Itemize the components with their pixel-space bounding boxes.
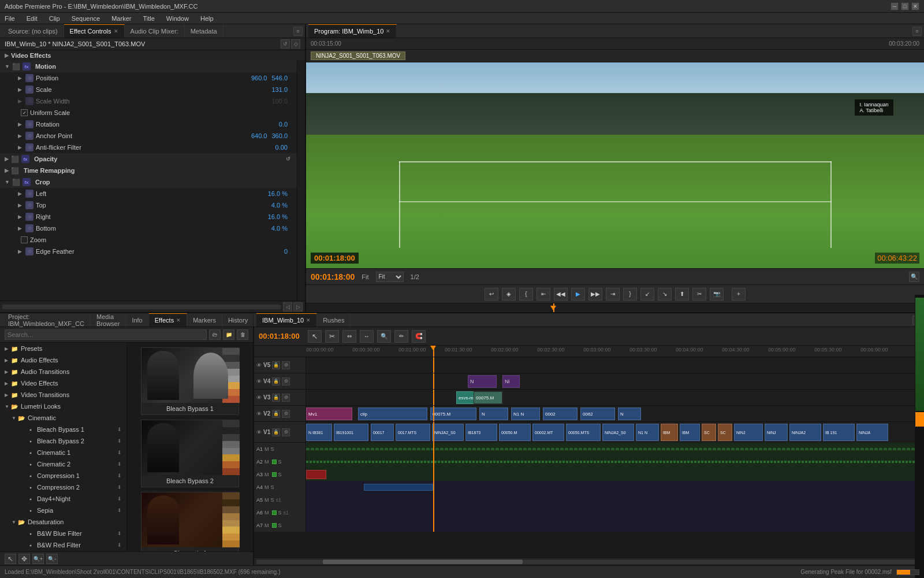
timeline-scrollbar[interactable] (254, 557, 924, 565)
v1-clip-6[interactable]: IB1873 (465, 424, 497, 441)
zoom-out-tool[interactable]: 🔍- (46, 554, 58, 564)
step-back-button[interactable]: ◀◀ (554, 288, 568, 301)
tree-item-cinematic-1[interactable]: ▶ ▪ Cinematic 1 ⬇ (0, 447, 126, 458)
bleach-bypass-1-preview[interactable]: Bleach Bypass 1 (141, 347, 239, 415)
rushes-tab[interactable]: Rushes (317, 313, 351, 327)
monitor-zoom-select[interactable]: Fit 25% 50% 100% (376, 272, 404, 282)
position-toggle[interactable]: ▶ (16, 75, 23, 81)
a1-sync-icon[interactable]: M (264, 446, 269, 452)
tree-item-lumetri-looks[interactable]: ▼ 📂 Lumetri Looks (0, 401, 126, 412)
tree-item-day4night[interactable]: ▶ ▪ Day4+Night ⬇ (0, 493, 126, 505)
v4-clip-1[interactable]: N (468, 375, 497, 388)
effect-controls-tab[interactable]: Effect Controls ✕ (64, 24, 125, 38)
effect-controls-timeline-scroll[interactable] (2, 305, 281, 309)
a6-mute-icon[interactable]: S (278, 510, 282, 516)
v1-clip-9[interactable]: 00050.MTS (566, 424, 601, 441)
opacity-reset[interactable]: ↺ (284, 155, 292, 163)
lift-button[interactable]: ⬆ (675, 288, 689, 301)
a2-sync-icon[interactable]: M (264, 459, 269, 465)
v2-lock-button[interactable]: 🔒 (272, 410, 280, 418)
timeline-tool-razor[interactable]: ✂ (325, 330, 339, 343)
timeline-tool-slip[interactable]: ↔ (360, 330, 374, 343)
media-browser-tab[interactable]: Media Browser (91, 313, 126, 327)
uniform-scale-checkbox[interactable]: ✓ (21, 109, 28, 116)
toggle-keyframes-button[interactable]: ◇ (291, 39, 300, 49)
project-tab[interactable]: Project: IBM_Wimbledon_MXF_CC (2, 313, 91, 327)
program-monitor-menu[interactable]: ≡ (912, 27, 922, 36)
v1-clip-3[interactable]: 00017 (371, 424, 394, 441)
tree-item-video-transitions[interactable]: ▶ 📁 Video Transitions (0, 389, 126, 401)
a6-sync-icon[interactable]: M (264, 510, 269, 516)
delete-button[interactable]: 🗑 (237, 329, 248, 340)
timeline-tool-select[interactable]: ↖ (308, 330, 322, 343)
new-preset-button[interactable]: 🗁 (209, 329, 221, 340)
menu-marker[interactable]: Marker (109, 15, 133, 22)
v4-lock-button[interactable]: 🔒 (272, 377, 280, 386)
a1-track-content[interactable] (306, 443, 924, 455)
a6-track-content[interactable] (306, 506, 924, 519)
v1-clip-8[interactable]: 00002.MT (532, 424, 564, 441)
a5-sync-icon[interactable]: M (264, 497, 269, 503)
info-tab[interactable]: Info (126, 313, 148, 327)
mark-in-button[interactable]: { (519, 288, 533, 301)
menu-file[interactable]: File (2, 15, 17, 22)
tree-item-desaturation[interactable]: ▼ 📂 Desaturation (0, 516, 126, 528)
insert-button[interactable]: ↙ (640, 288, 654, 301)
v2-clip-6[interactable]: 0002 (543, 407, 578, 420)
a1-mute-icon[interactable]: S (271, 446, 274, 452)
crop-bottom-toggle[interactable]: ▶ (16, 225, 23, 232)
monitor-clip-tag[interactable]: NINJA2_S001_S001_T063.MOV (311, 51, 405, 60)
v2-clip-3[interactable]: 00075.M (430, 407, 476, 420)
menu-sequence[interactable]: Sequence (69, 15, 103, 22)
v1-lock-button[interactable]: 🔒 (272, 428, 280, 436)
v2-clip-5[interactable]: N1 N (511, 407, 540, 420)
v5-eye-icon[interactable]: 👁 (256, 362, 262, 368)
v2-clip-8[interactable]: N (618, 407, 641, 420)
menu-window[interactable]: Window (164, 15, 191, 22)
effect-controls-tab-close[interactable]: ✕ (114, 28, 118, 34)
time-remapping-toggle[interactable]: ▶ (5, 168, 9, 173)
timeline-tool-track[interactable]: ⇔ (342, 330, 356, 343)
tree-item-bleach-bypass-1[interactable]: ▶ ▪ Bleach Bypass 1 ⬇ (0, 424, 126, 435)
play-button[interactable]: ▶ (571, 288, 585, 301)
v5-track-content[interactable] (306, 357, 924, 373)
pan-tool[interactable]: ✥ (18, 554, 30, 564)
v1-clip-16[interactable]: NINJ (734, 424, 763, 441)
v4-clip-2[interactable]: Ni (502, 375, 520, 388)
v2-clip-1[interactable]: Mv1 (306, 407, 352, 420)
v1-clip-14[interactable]: SC (702, 424, 716, 441)
bleach-bypass-2-preview[interactable]: Bleach Bypass 2 (141, 420, 239, 487)
a3-sync-icon[interactable]: M (264, 472, 269, 477)
go-to-out-button[interactable]: ⇥ (606, 288, 620, 301)
close-button[interactable]: ✕ (911, 2, 919, 10)
rotation-toggle[interactable]: ▶ (16, 121, 23, 128)
v2-settings-button[interactable]: ⚙ (282, 410, 290, 418)
tree-item-presets[interactable]: ▶ 📁 Presets (0, 343, 126, 354)
reset-button[interactable]: ↺ (281, 39, 290, 49)
v1-clip-12[interactable]: IBM (661, 424, 678, 441)
a4-mute-icon[interactable]: S (271, 484, 274, 490)
v2-track-content[interactable]: Mv1 clip 00075.M N N1 N 0002 0062 N (306, 406, 924, 421)
v2-clip-4[interactable]: N (479, 407, 508, 420)
go-to-in-button[interactable]: ⇤ (536, 288, 550, 301)
effect-controls-scrollbar[interactable] (297, 61, 305, 301)
a2-mute-icon[interactable]: S (278, 459, 282, 465)
menu-help[interactable]: Help (198, 15, 216, 22)
v1-clip-18[interactable]: NINJA2 (789, 424, 821, 441)
monitor-timecode-display[interactable]: 00:01:18:00 (311, 272, 355, 281)
v5-settings-button[interactable]: ⚙ (282, 361, 290, 369)
a4-clip-1[interactable] (364, 484, 433, 491)
effect-controls-scroll-left[interactable]: ◁ (283, 302, 292, 312)
crop-toggle[interactable]: ▼ (5, 179, 10, 185)
zoom-out-button[interactable]: 🔍 (909, 272, 919, 282)
v1-clip-11[interactable]: N1 N (636, 424, 659, 441)
v1-clip-5[interactable]: NINJA2_S0 (432, 424, 464, 441)
monitor-scrubber[interactable] (306, 303, 924, 312)
v3-track-content[interactable]: esvs-me 00075.M (306, 390, 924, 405)
menu-title[interactable]: Title (140, 15, 157, 22)
loop-button[interactable]: ↩ (485, 288, 498, 301)
crop-zoom-checkbox[interactable] (21, 236, 28, 243)
a7-mute-icon[interactable]: S (278, 523, 282, 528)
a5-track-content[interactable] (306, 494, 924, 506)
tree-item-bw-blue[interactable]: ▶ ▪ B&W Blue Filter ⬇ (0, 528, 126, 539)
